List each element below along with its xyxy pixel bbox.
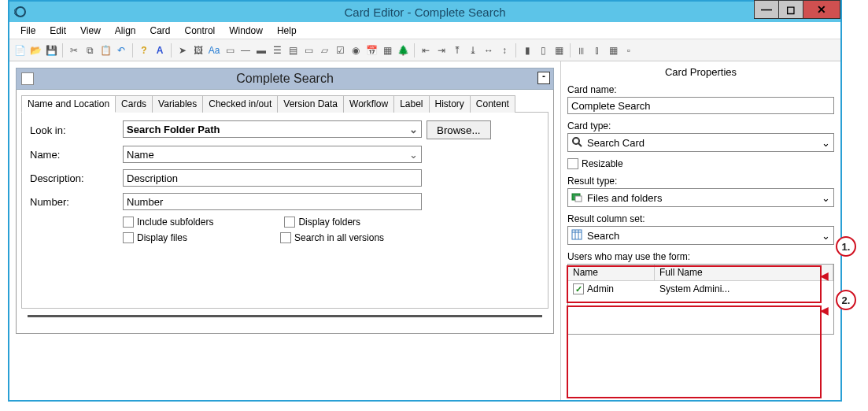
look-in-combo[interactable]: Search Folder Path ⌄ bbox=[123, 120, 422, 138]
result-colset-combo[interactable]: Search ⌄ bbox=[567, 226, 834, 245]
users-table[interactable]: Name Full Name ✓ Admin System Admini... bbox=[567, 264, 834, 335]
tab-label[interactable]: Label bbox=[393, 95, 429, 113]
card-icon[interactable]: ▦ bbox=[380, 43, 394, 57]
menu-edit[interactable]: Edit bbox=[43, 24, 72, 38]
table-row[interactable]: ✓ Admin System Admini... bbox=[568, 281, 833, 297]
align-right-icon[interactable]: ⇥ bbox=[434, 43, 449, 57]
list-icon[interactable]: ▤ bbox=[286, 43, 300, 57]
align-left-icon[interactable]: ⇤ bbox=[419, 43, 433, 57]
divider bbox=[28, 315, 542, 317]
chevron-down-icon: ⌄ bbox=[822, 192, 830, 204]
card-title: Complete Search bbox=[236, 72, 334, 86]
pointer-icon[interactable]: ➤ bbox=[175, 43, 190, 57]
svg-line-2 bbox=[578, 143, 582, 146]
combo-icon[interactable]: ☰ bbox=[270, 43, 284, 57]
tab-name-location[interactable]: Name and Location bbox=[21, 95, 116, 113]
check-label: Resizable bbox=[582, 158, 623, 169]
number-input[interactable] bbox=[123, 193, 422, 210]
samewidth-icon[interactable]: ↔ bbox=[482, 43, 496, 57]
menu-view[interactable]: View bbox=[74, 24, 107, 38]
check-label: Display files bbox=[137, 232, 187, 243]
chevron-down-icon: ⌄ bbox=[822, 230, 830, 242]
font-icon[interactable]: A bbox=[153, 43, 167, 57]
maximize-button[interactable]: ◻ bbox=[778, 0, 803, 19]
check-resizable[interactable]: Resizable bbox=[567, 158, 834, 169]
group-icon[interactable]: ▦ bbox=[552, 43, 566, 57]
tab-version-data[interactable]: Version Data bbox=[277, 95, 344, 113]
svg-point-1 bbox=[573, 138, 579, 144]
dist-h-icon[interactable]: ⫼ bbox=[574, 43, 589, 57]
cut-icon[interactable]: ✂ bbox=[67, 43, 81, 57]
copy-icon[interactable]: ⧉ bbox=[83, 43, 97, 57]
date-icon[interactable]: 📅 bbox=[364, 43, 379, 57]
check-icon[interactable]: ☑ bbox=[333, 43, 347, 57]
edit-icon[interactable]: ▬ bbox=[254, 43, 268, 57]
menu-window[interactable]: Window bbox=[223, 24, 269, 38]
user-name: Admin bbox=[587, 283, 614, 294]
minimize-button[interactable]: — bbox=[754, 0, 779, 19]
header-name[interactable]: Name bbox=[568, 265, 655, 280]
titlebar: Card Editor - Complete Search — ◻ ✕ bbox=[9, 2, 840, 22]
tab-workflow[interactable]: Workflow bbox=[343, 95, 394, 113]
image-icon[interactable]: 🖼 bbox=[191, 43, 205, 57]
help-icon[interactable]: ? bbox=[137, 43, 151, 57]
tab-history[interactable]: History bbox=[429, 95, 471, 113]
check-search-all-versions[interactable]: Search in all versions bbox=[280, 232, 384, 243]
undo-icon[interactable]: ↶ bbox=[114, 43, 128, 57]
card-minimize-button[interactable]: - bbox=[537, 72, 550, 84]
tab-variables[interactable]: Variables bbox=[152, 95, 203, 113]
header-full-name[interactable]: Full Name bbox=[655, 265, 833, 280]
snap-icon[interactable]: ▫ bbox=[622, 43, 636, 57]
send-back-icon[interactable]: ▯ bbox=[536, 43, 550, 57]
label-number: Number: bbox=[30, 196, 123, 208]
paste-icon[interactable]: 📋 bbox=[98, 43, 113, 57]
chevron-down-icon: ⌄ bbox=[409, 124, 418, 135]
dist-v-icon[interactable]: ⫿ bbox=[590, 43, 604, 57]
table-header: Name Full Name bbox=[568, 265, 833, 281]
open-icon[interactable]: 📂 bbox=[28, 43, 42, 57]
label-look-in: Look in: bbox=[30, 124, 123, 136]
sameheight-icon[interactable]: ↕ bbox=[497, 43, 512, 57]
description-input[interactable] bbox=[123, 169, 422, 187]
window-title: Card Editor - Complete Search bbox=[344, 6, 505, 19]
card-name-input[interactable] bbox=[567, 97, 834, 114]
menu-control[interactable]: Control bbox=[179, 24, 222, 38]
menu-align[interactable]: Align bbox=[109, 24, 142, 38]
properties-panel: Card Properties Card name: Card type: Se… bbox=[560, 61, 840, 400]
new-icon[interactable]: 📄 bbox=[13, 43, 27, 57]
menu-help[interactable]: Help bbox=[271, 24, 303, 38]
radio-icon[interactable]: ◉ bbox=[349, 43, 363, 57]
bring-front-icon[interactable]: ▮ bbox=[520, 43, 534, 57]
name-value: Name bbox=[127, 149, 154, 161]
text-icon[interactable]: Aa bbox=[207, 43, 221, 57]
button-icon[interactable]: ▭ bbox=[301, 43, 316, 57]
menubar: File Edit View Align Card Control Window… bbox=[9, 22, 840, 39]
tab-cards[interactable]: Cards bbox=[115, 95, 153, 113]
tree-icon[interactable]: 🌲 bbox=[396, 43, 410, 57]
save-icon[interactable]: 💾 bbox=[44, 43, 58, 57]
menu-card[interactable]: Card bbox=[144, 24, 177, 38]
close-button[interactable]: ✕ bbox=[803, 0, 840, 19]
menu-file[interactable]: File bbox=[14, 24, 42, 38]
tab-icon[interactable]: ▱ bbox=[317, 43, 331, 57]
grid-icon[interactable]: ▦ bbox=[606, 43, 620, 57]
props-title: Card Properties bbox=[567, 66, 834, 78]
tab-checked-in-out[interactable]: Checked in/out bbox=[202, 95, 278, 113]
check-display-folders[interactable]: Display folders bbox=[284, 217, 360, 228]
align-bottom-icon[interactable]: ⤓ bbox=[466, 43, 480, 57]
svg-point-0 bbox=[16, 7, 25, 17]
label-result-type: Result type: bbox=[567, 176, 834, 187]
line-icon[interactable]: — bbox=[238, 43, 253, 57]
align-top-icon[interactable]: ⤒ bbox=[450, 43, 464, 57]
browse-button[interactable]: Browse... bbox=[427, 120, 491, 139]
result-type-combo[interactable]: Files and folders ⌄ bbox=[567, 188, 834, 207]
card-type-combo[interactable]: Search Card ⌄ bbox=[567, 133, 834, 152]
label-result-colset: Result column set: bbox=[567, 213, 834, 224]
toolbar: 📄 📂 💾 ✂ ⧉ 📋 ↶ ? A ➤ 🖼 Aa ▭ — ▬ ☰ ▤ ▭ ▱ ☑… bbox=[9, 39, 840, 61]
checkbox-checked-icon[interactable]: ✓ bbox=[573, 283, 584, 294]
frame-icon[interactable]: ▭ bbox=[223, 43, 237, 57]
check-display-files[interactable]: Display files bbox=[123, 232, 187, 243]
check-include-subfolders[interactable]: Include subfolders bbox=[123, 217, 213, 228]
name-combo[interactable]: Name ⌄ bbox=[123, 146, 422, 163]
tab-content[interactable]: Content bbox=[470, 95, 515, 113]
